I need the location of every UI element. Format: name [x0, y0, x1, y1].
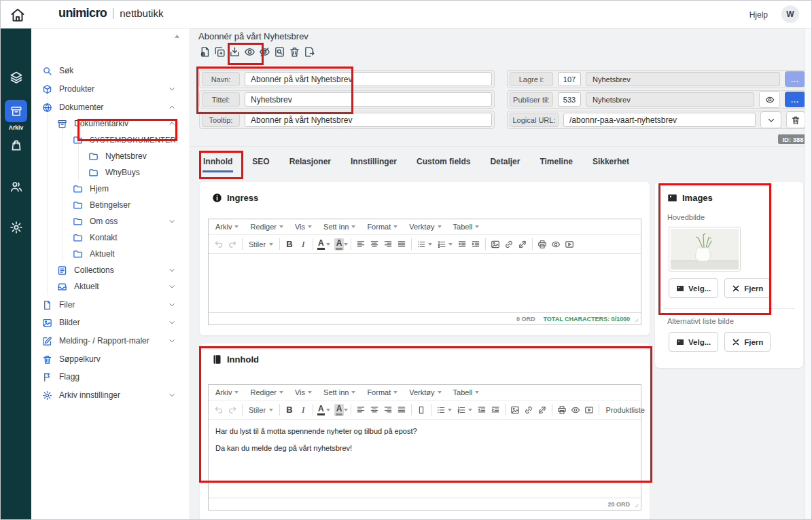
- caret-down-icon[interactable]: [468, 409, 472, 411]
- bullet-list-button[interactable]: [434, 403, 448, 417]
- user-avatar[interactable]: W: [781, 5, 799, 23]
- insert-media-button[interactable]: [582, 403, 596, 417]
- chevron-down-icon[interactable]: [168, 85, 176, 93]
- sidebar-item-aktuelt[interactable]: Aktuelt: [31, 278, 190, 295]
- print-button[interactable]: [555, 403, 569, 417]
- bullet-list-button[interactable]: [414, 237, 428, 252]
- produktliste-button[interactable]: Produktliste: [602, 406, 648, 414]
- menu-vis[interactable]: Vis: [295, 223, 312, 231]
- chevron-up-icon[interactable]: [168, 136, 176, 144]
- insert-media-button[interactable]: [563, 237, 576, 252]
- background-color-button[interactable]: A: [334, 404, 345, 416]
- main-scrollbar[interactable]: [805, 28, 811, 519]
- print-button[interactable]: [535, 237, 549, 252]
- menu-format[interactable]: Format: [367, 223, 398, 231]
- menu-arkiv[interactable]: Arkiv: [215, 388, 239, 396]
- url-dropdown-button[interactable]: [760, 111, 781, 128]
- tab-timeline[interactable]: Timeline: [539, 154, 573, 172]
- delete-document-button[interactable]: [287, 44, 301, 60]
- sidebar-item-soppelkurv[interactable]: Søppelkurv: [31, 351, 190, 367]
- sidebar-item-nyhetsbrev[interactable]: Nyhetsbrev: [31, 148, 190, 164]
- tab-seo[interactable]: SEO: [251, 154, 270, 172]
- preview-button[interactable]: [243, 44, 256, 60]
- sidebar-item-kontakt[interactable]: Kontakt: [31, 229, 190, 246]
- caret-down-icon[interactable]: [448, 243, 453, 246]
- styles-dropdown[interactable]: Stiler: [245, 240, 277, 248]
- align-right-button[interactable]: [381, 403, 395, 417]
- chevron-down-icon[interactable]: [168, 301, 176, 309]
- caret-down-icon[interactable]: [344, 243, 348, 246]
- caret-down-icon[interactable]: [326, 409, 330, 411]
- download-button[interactable]: [228, 44, 241, 60]
- sidebar-item-dokumentarkiv[interactable]: Dokumentarkiv: [31, 115, 190, 132]
- home-button[interactable]: [10, 7, 26, 23]
- tittel-input[interactable]: [245, 92, 492, 107]
- caret-down-icon[interactable]: [448, 409, 452, 411]
- menu-verktoy[interactable]: Verktøy: [409, 223, 441, 231]
- logical-url-input[interactable]: [563, 113, 756, 127]
- sidebar-item-flagg[interactable]: Flagg: [31, 369, 190, 385]
- sidebar-item-whybuys[interactable]: WhyBuys: [31, 164, 190, 181]
- velg-alternativt-button[interactable]: Velg...: [669, 332, 718, 352]
- lagre-i-browse-button[interactable]: ...: [785, 71, 805, 87]
- ingress-content-area[interactable]: [209, 254, 641, 312]
- sidebar-item-systemdokumenter[interactable]: SYSTEMDOKUMENTER: [31, 132, 190, 148]
- tooltip-input[interactable]: [245, 113, 492, 127]
- justify-button[interactable]: [395, 237, 408, 252]
- chevron-down-icon[interactable]: [168, 318, 176, 327]
- sidebar-item-filer[interactable]: Filer: [31, 297, 190, 313]
- menu-arkiv[interactable]: Arkiv: [215, 223, 239, 231]
- publiser-browse-button[interactable]: ...: [785, 92, 805, 107]
- insert-image-button[interactable]: [489, 237, 502, 252]
- search-document-button[interactable]: [272, 44, 286, 60]
- fjern-hovedbilde-button[interactable]: Fjern: [724, 278, 771, 298]
- align-center-button[interactable]: [368, 237, 381, 252]
- insert-link-button[interactable]: [522, 403, 535, 417]
- sidebar-item-collections[interactable]: Collections: [31, 262, 190, 278]
- tab-detaljer[interactable]: Detaljer: [489, 154, 520, 172]
- menu-sett-inn[interactable]: Sett inn: [323, 223, 355, 231]
- menu-format[interactable]: Format: [367, 388, 398, 396]
- chevron-down-icon[interactable]: [168, 337, 176, 345]
- chevron-down-icon[interactable]: [168, 391, 176, 399]
- tab-sikkerhet[interactable]: Sikkerhet: [592, 154, 630, 172]
- align-left-button[interactable]: [354, 237, 368, 252]
- resize-handle-icon[interactable]: [633, 502, 639, 508]
- remove-link-button[interactable]: [535, 403, 549, 417]
- chevron-up-icon[interactable]: [168, 103, 176, 111]
- styles-dropdown[interactable]: Stiler: [245, 406, 277, 414]
- italic-button[interactable]: I: [296, 237, 310, 252]
- align-right-button[interactable]: [381, 237, 395, 252]
- unpublish-button[interactable]: [258, 44, 271, 60]
- chevron-up-icon[interactable]: [168, 119, 176, 128]
- outdent-button[interactable]: [455, 237, 469, 252]
- rail-item-archive-active[interactable]: [5, 100, 27, 122]
- sidebar-item-om-oss[interactable]: Om oss: [31, 213, 190, 229]
- remove-link-button[interactable]: [516, 237, 529, 252]
- rail-item-shop[interactable]: [1, 138, 31, 152]
- hovedbilde-thumbnail[interactable]: [669, 227, 741, 272]
- indent-button[interactable]: [489, 403, 502, 417]
- chevron-down-icon[interactable]: [168, 266, 176, 274]
- sidebar-item-sok[interactable]: Søk: [31, 62, 190, 79]
- menu-verktoy[interactable]: Verktøy: [409, 388, 441, 396]
- align-left-button[interactable]: [354, 403, 368, 417]
- template-button[interactable]: [414, 403, 428, 417]
- sidebar-item-arkiv-innstillinger[interactable]: Arkiv innstillinger: [31, 387, 190, 403]
- chevron-down-icon[interactable]: [168, 282, 176, 291]
- undo-button[interactable]: [212, 403, 226, 417]
- sidebar-item-melding-rapport-maler[interactable]: Melding- / Rapport-maler: [31, 333, 190, 349]
- numbered-list-button[interactable]: [435, 237, 448, 252]
- tab-relasjoner[interactable]: Relasjoner: [289, 154, 332, 172]
- url-delete-button[interactable]: [786, 111, 805, 128]
- justify-button[interactable]: [395, 403, 408, 417]
- sidebar-item-produkter[interactable]: Produkter: [31, 81, 190, 97]
- redo-button[interactable]: [226, 403, 239, 417]
- caret-down-icon[interactable]: [428, 243, 432, 246]
- text-color-button[interactable]: A: [316, 238, 326, 250]
- outdent-button[interactable]: [475, 403, 489, 417]
- menu-sett-inn[interactable]: Sett inn: [323, 388, 355, 396]
- fjern-alternativt-button[interactable]: Fjern: [724, 332, 771, 352]
- preview-button[interactable]: [549, 237, 563, 252]
- menu-tabell[interactable]: Tabell: [453, 223, 480, 231]
